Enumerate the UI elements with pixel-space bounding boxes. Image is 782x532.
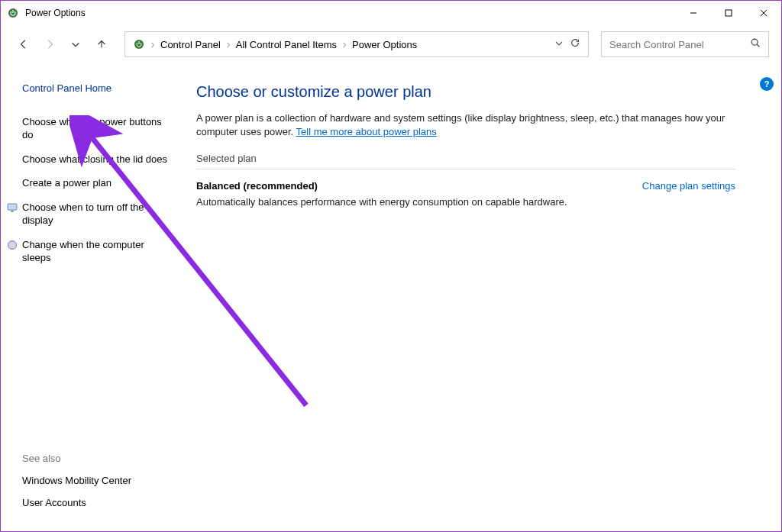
search-input[interactable] <box>609 39 750 50</box>
see-also-heading: See also <box>22 453 131 464</box>
sidebar-user-accounts[interactable]: User Accounts <box>22 497 131 508</box>
chevron-right-icon <box>150 37 156 51</box>
sidebar-item-label: Choose when to turn off the display <box>22 201 169 227</box>
svg-point-6 <box>751 39 758 45</box>
address-bar[interactable]: Control Panel All Control Panel Items Po… <box>124 31 589 57</box>
change-plan-settings-link[interactable]: Change plan settings <box>642 180 735 192</box>
back-button[interactable] <box>13 34 34 55</box>
sidebar-computer-sleeps[interactable]: Change when the computer sleeps <box>7 238 169 265</box>
recent-locations-dropdown[interactable] <box>65 34 86 55</box>
sidebar-power-buttons[interactable]: Choose what the power buttons do <box>22 115 169 142</box>
search-icon[interactable] <box>750 37 761 51</box>
address-root-icon <box>130 38 148 50</box>
svg-point-10 <box>8 240 17 249</box>
breadcrumb-all-items[interactable]: All Control Panel Items <box>233 39 340 50</box>
desc-text: A power plan is a collection of hardware… <box>196 112 725 137</box>
forward-button[interactable] <box>39 34 60 55</box>
tell-me-more-link[interactable]: Tell me more about power plans <box>296 126 437 137</box>
page-description: A power plan is a collection of hardware… <box>196 111 735 139</box>
svg-rect-8 <box>8 204 17 210</box>
maximize-button[interactable] <box>711 1 746 25</box>
chevron-right-icon <box>225 37 231 51</box>
sidebar-create-plan[interactable]: Create a power plan <box>22 176 169 190</box>
section-selected-plan: Selected plan <box>196 153 735 169</box>
help-icon[interactable]: ? <box>760 77 774 91</box>
sidebar-turn-off-display[interactable]: Choose when to turn off the display <box>7 201 169 227</box>
window-title: Power Options <box>25 8 676 18</box>
up-button[interactable] <box>91 34 112 55</box>
minimize-button[interactable] <box>676 1 711 25</box>
sidebar-control-panel-home[interactable]: Control Panel Home <box>22 82 169 95</box>
breadcrumb-control-panel[interactable]: Control Panel <box>157 39 224 50</box>
power-options-icon <box>7 7 19 19</box>
refresh-icon[interactable] <box>570 37 580 51</box>
sidebar-item-label: Change when the computer sleeps <box>22 238 169 265</box>
display-icon <box>7 202 18 213</box>
sidebar-mobility-center[interactable]: Windows Mobility Center <box>22 475 131 486</box>
chevron-right-icon <box>341 37 347 51</box>
moon-icon <box>7 240 18 250</box>
svg-rect-9 <box>11 211 14 212</box>
plan-description: Automatically balances performance with … <box>196 196 735 208</box>
svg-rect-2 <box>725 10 732 16</box>
address-dropdown-icon[interactable] <box>554 37 564 51</box>
plan-name-balanced: Balanced (recommended) <box>196 180 318 192</box>
sidebar-closing-lid[interactable]: Choose what closing the lid does <box>22 153 169 166</box>
search-box[interactable] <box>601 31 769 57</box>
svg-line-7 <box>757 44 759 47</box>
breadcrumb-power-options[interactable]: Power Options <box>349 39 420 50</box>
close-button[interactable] <box>746 1 781 25</box>
page-title: Choose or customize a power plan <box>196 83 735 101</box>
